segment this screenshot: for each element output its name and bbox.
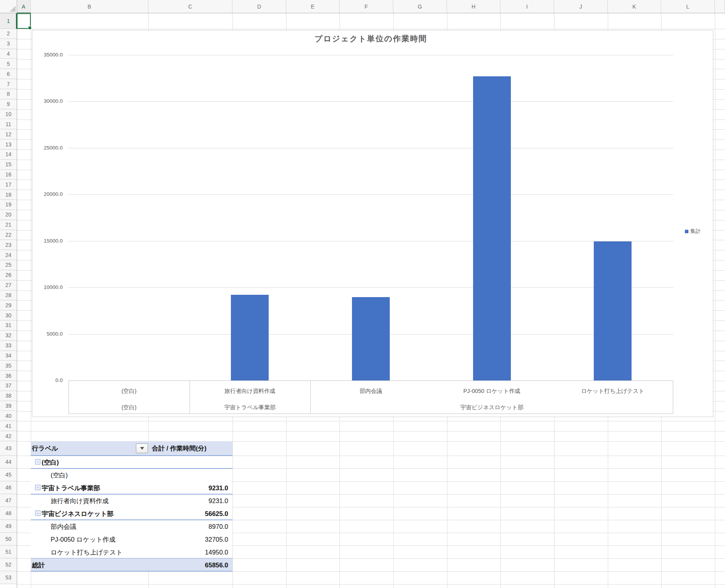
select-all-button[interactable]	[0, 0, 17, 13]
row-header-16[interactable]: 16	[0, 170, 17, 180]
cell-selection[interactable]	[17, 13, 31, 29]
row-header-24[interactable]: 24	[0, 250, 17, 260]
legend-label: 集計	[690, 228, 701, 235]
row-header-25[interactable]: 25	[0, 260, 17, 270]
pivot-row[interactable]: -宇宙トラベル事業部9231.0	[31, 481, 232, 494]
row-header-8[interactable]: 8	[0, 89, 17, 99]
pivot-row-label: ロケット打ち上げテスト	[51, 548, 123, 556]
filter-button[interactable]	[136, 444, 148, 453]
row-header-27[interactable]: 27	[0, 280, 17, 290]
row-header-13[interactable]: 13	[0, 139, 17, 150]
grid-hline	[17, 431, 725, 431]
pivot-row[interactable]: ロケット打ち上げテスト14950.0	[31, 546, 232, 558]
row-header-36[interactable]: 36	[0, 371, 17, 381]
pivot-row[interactable]: PJ-0050 ロケット作成32705.0	[31, 533, 232, 546]
column-header-D[interactable]: D	[232, 0, 286, 13]
row-header-35[interactable]: 35	[0, 361, 17, 371]
row-header-44[interactable]: 44	[0, 456, 17, 468]
row-header-37[interactable]: 37	[0, 381, 17, 391]
row-header-18[interactable]: 18	[0, 190, 17, 200]
row-header-31[interactable]: 31	[0, 320, 17, 331]
filter-dropdown-icon	[140, 447, 144, 450]
row-header-7[interactable]: 7	[0, 79, 17, 89]
chart-bar-2[interactable]	[231, 295, 269, 380]
pivot-row[interactable]: 部内会議8970.0	[31, 520, 232, 533]
pivot-row-label: 旅行者向け資料作成	[51, 496, 109, 505]
row-header-38[interactable]: 38	[0, 391, 17, 401]
fill-handle[interactable]	[28, 26, 32, 30]
row-header-41[interactable]: 41	[0, 421, 17, 431]
row-header-43[interactable]: 43	[0, 441, 17, 456]
row-header-11[interactable]: 11	[0, 120, 17, 130]
row-header-50[interactable]: 50	[0, 533, 17, 546]
row-header-10[interactable]: 10	[0, 109, 17, 120]
column-header-A[interactable]: A	[17, 0, 31, 13]
chart-title[interactable]: プロジェクト単位の作業時間	[69, 33, 673, 44]
row-header-17[interactable]: 17	[0, 180, 17, 190]
corner-triangle-icon	[10, 6, 16, 12]
chart-bar-3[interactable]	[352, 297, 390, 380]
row-header-9[interactable]: 9	[0, 99, 17, 109]
row-header-19[interactable]: 19	[0, 200, 17, 210]
row-header-34[interactable]: 34	[0, 351, 17, 361]
column-header-G[interactable]: G	[393, 0, 447, 13]
row-header-6[interactable]: 6	[0, 69, 17, 79]
row-header-52[interactable]: 52	[0, 558, 17, 571]
pivot-row[interactable]: 旅行者向け資料作成9231.0	[31, 494, 232, 507]
pivot-table: 行ラベル 合計 / 作業時間(分) -(空白)(空白)-宇宙トラベル事業部923…	[31, 441, 232, 571]
row-header-21[interactable]: 21	[0, 220, 17, 230]
row-header-12[interactable]: 12	[0, 129, 17, 139]
category-label: 部内会議	[310, 387, 431, 394]
column-header-H[interactable]: H	[447, 0, 500, 13]
pivot-row[interactable]: (空白)	[31, 468, 232, 481]
chart-bar-4[interactable]	[473, 76, 511, 380]
collapse-button[interactable]: -	[35, 511, 40, 516]
row-header-20[interactable]: 20	[0, 210, 17, 220]
column-header-partial[interactable]	[715, 0, 725, 13]
chart-legend[interactable]: 集計	[685, 227, 701, 236]
column-header-L[interactable]: L	[661, 0, 715, 13]
row-header-26[interactable]: 26	[0, 270, 17, 280]
column-header-I[interactable]: I	[500, 0, 554, 13]
row-header-33[interactable]: 33	[0, 341, 17, 351]
column-header-J[interactable]: J	[554, 0, 608, 13]
row-header-1[interactable]: 1	[0, 13, 17, 29]
row-header-46[interactable]: 46	[0, 481, 17, 494]
pivot-row[interactable]: 総計65856.0	[31, 558, 232, 571]
row-header-45[interactable]: 45	[0, 468, 17, 481]
column-header-F[interactable]: F	[340, 0, 393, 13]
row-header-29[interactable]: 29	[0, 300, 17, 310]
row-header-49[interactable]: 49	[0, 520, 17, 533]
row-header-5[interactable]: 5	[0, 59, 17, 69]
row-header-51[interactable]: 51	[0, 546, 17, 558]
column-header-B[interactable]: B	[31, 0, 148, 13]
pivot-header-row-label[interactable]: 行ラベル	[32, 444, 58, 452]
row-header-3[interactable]: 3	[0, 39, 17, 49]
row-header-14[interactable]: 14	[0, 150, 17, 160]
row-header-53[interactable]: 53	[0, 571, 17, 584]
pivot-row[interactable]: -(空白)	[31, 456, 232, 468]
row-header-30[interactable]: 30	[0, 310, 17, 320]
row-header-2[interactable]: 2	[0, 29, 17, 39]
row-header-15[interactable]: 15	[0, 160, 17, 170]
pivot-row-label: 部内会議	[51, 522, 76, 531]
pivot-chart[interactable]: プロジェクト単位の作業時間 35000.030000.025000.020000…	[32, 30, 713, 417]
pivot-row[interactable]: -宇宙ビジネスロケット部56625.0	[31, 507, 232, 520]
row-header-40[interactable]: 40	[0, 411, 17, 421]
row-header-22[interactable]: 22	[0, 230, 17, 240]
row-header-23[interactable]: 23	[0, 240, 17, 250]
row-header-39[interactable]: 39	[0, 401, 17, 411]
column-header-E[interactable]: E	[286, 0, 340, 13]
row-header-32[interactable]: 32	[0, 331, 17, 341]
pivot-header-value-label[interactable]: 合計 / 作業時間(分)	[152, 444, 206, 452]
column-header-C[interactable]: C	[148, 0, 232, 13]
collapse-button[interactable]: -	[35, 459, 40, 465]
row-header-28[interactable]: 28	[0, 290, 17, 301]
row-header-48[interactable]: 48	[0, 507, 17, 520]
row-header-4[interactable]: 4	[0, 49, 17, 59]
chart-bar-5[interactable]	[594, 241, 632, 380]
column-header-K[interactable]: K	[608, 0, 661, 13]
row-header-42[interactable]: 42	[0, 431, 17, 441]
collapse-button[interactable]: -	[35, 485, 40, 490]
row-header-47[interactable]: 47	[0, 494, 17, 507]
